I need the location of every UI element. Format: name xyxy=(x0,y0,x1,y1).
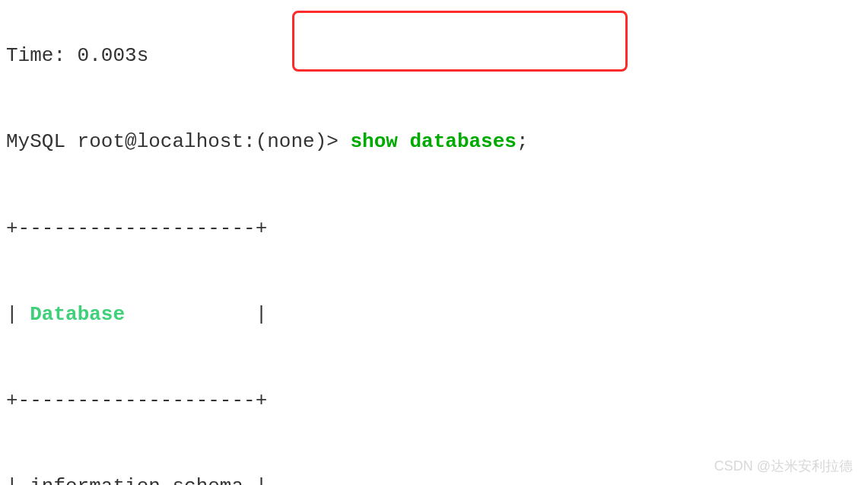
table-border-mid: +--------------------+ xyxy=(6,387,862,416)
terminal-output: Time: 0.003s MySQL root@localhost:(none)… xyxy=(0,0,868,485)
table-header-row: | Database | xyxy=(6,301,862,330)
prompt-prefix: MySQL root@localhost:(none)> xyxy=(6,130,350,153)
sql-command: show databases xyxy=(350,130,516,153)
watermark-text: CSDN @达米安利拉德 xyxy=(714,456,853,476)
table-header-label: Database xyxy=(30,303,125,326)
table-border-top: +--------------------+ xyxy=(6,215,862,244)
sql-semicolon: ; xyxy=(517,130,529,153)
prompt-line-1[interactable]: MySQL root@localhost:(none)> show databa… xyxy=(6,128,862,157)
prev-time-line: Time: 0.003s xyxy=(6,42,862,71)
